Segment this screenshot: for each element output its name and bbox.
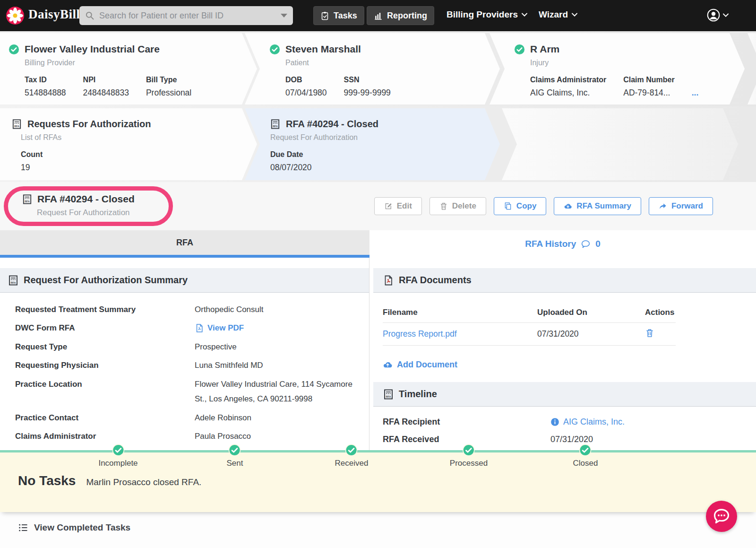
field-label: DOB <box>285 76 327 84</box>
check-circle-icon <box>112 444 124 456</box>
add-document-button[interactable]: Add Document <box>383 360 457 370</box>
crumb-subtitle: Request For Authorization <box>270 133 500 142</box>
copy-button[interactable]: Copy <box>494 197 547 215</box>
row-label: Request Type <box>15 339 195 354</box>
tab-rfa-history[interactable]: RFA History 0 <box>369 230 756 258</box>
view-completed-tasks-button[interactable]: View Completed Tasks <box>18 522 130 533</box>
reporting-button[interactable]: Reporting <box>367 6 434 25</box>
billing-providers-menu[interactable]: Billing Providers <box>447 9 527 20</box>
chat-bubble-icon <box>712 507 731 526</box>
progress-step-sent: Sent <box>227 452 243 468</box>
tasks-button[interactable]: Tasks <box>313 6 364 25</box>
row-value: Flower Valley Industrial Care, 114 Sycam… <box>195 377 360 407</box>
rfa-recipient-link[interactable]: AIG Claims, Inc. <box>550 417 625 427</box>
search-dropdown-caret-icon[interactable] <box>281 14 287 17</box>
wizard-menu[interactable]: Wizard <box>539 9 577 20</box>
field-label: Claims Administrator <box>530 76 606 84</box>
rfa-page-title: RFA RFA #40294 - Closed Request For Auth… <box>22 193 135 217</box>
col-actions: Actions <box>645 308 676 317</box>
step-label: Incomplete <box>98 459 137 468</box>
documents-section-header: RFA Documents <box>373 268 756 293</box>
documents-timeline-panel: RFA Documents Filename Uploaded On Actio… <box>373 258 756 450</box>
rfa-received-value: 07/31/2020 <box>550 435 593 444</box>
breadcrumb-row-context: Flower Valley Industrial Care Billing Pr… <box>0 31 756 106</box>
delete-document-button[interactable] <box>645 328 654 338</box>
row-label: RFA Recipient <box>383 417 550 427</box>
pdf-file-icon <box>383 275 394 286</box>
crumb-title: Requests For Authorization <box>27 119 151 130</box>
cloud-upload-icon <box>383 360 393 370</box>
search-input[interactable] <box>99 11 281 21</box>
col-uploaded-on: Uploaded On <box>537 308 645 317</box>
breadcrumb-billing-provider[interactable]: Flower Valley Industrial Care Billing Pr… <box>0 33 257 104</box>
daisybill-logo-icon <box>6 6 25 25</box>
documents-heading: RFA Documents <box>399 275 472 286</box>
breadcrumb-patient[interactable]: Steven Marshall Patient DOB 07/04/1980 S… <box>245 33 500 104</box>
claim-number-more-link[interactable]: ... <box>692 88 699 98</box>
row-value: Prospective <box>195 339 360 354</box>
delete-button[interactable]: Delete <box>430 197 486 215</box>
chevron-down-icon <box>572 13 577 17</box>
search-icon <box>85 11 94 20</box>
crumb-field: Claim Number AD-79-814... <box>623 76 674 98</box>
chevron-down-icon <box>522 13 527 17</box>
document-file-link[interactable]: Progress Report.pdf <box>383 329 457 339</box>
rfa-form-icon: RFA <box>8 275 19 286</box>
field-value: AD-79-814... <box>623 88 674 98</box>
rfa-form-icon: RFA <box>270 119 281 130</box>
view-pdf-link[interactable]: View PDF <box>195 321 360 335</box>
user-account-menu[interactable] <box>707 9 729 22</box>
svg-text:RFA: RFA <box>14 125 19 128</box>
breadcrumb-rfa-list[interactable]: RFA Requests For Authorization List of R… <box>0 108 257 180</box>
tab-rfa[interactable]: RFA <box>0 230 369 258</box>
forward-label: Forward <box>671 201 703 211</box>
summary-row: Requesting Physician Luna Smithfeld MD <box>15 358 369 373</box>
summary-row: DWC Form RFA View PDF <box>15 321 369 335</box>
crumb-field: Count 19 <box>21 150 43 173</box>
step-label: Processed <box>450 459 488 468</box>
crumb-field: Claims Administrator AIG Claims, Inc. <box>530 76 606 98</box>
summary-row: Practice Contact Adele Robinson <box>15 410 369 425</box>
rfa-recipient-value: AIG Claims, Inc. <box>563 417 625 427</box>
chat-support-button[interactable] <box>706 501 737 532</box>
no-tasks-detail: Marlin Prosacco closed RFA. <box>86 477 201 487</box>
rfa-summary-button[interactable]: RFA Summary <box>554 197 641 215</box>
crumb-field: Tax ID 514884888 <box>25 76 66 98</box>
progress-step-processed: Processed <box>450 452 488 468</box>
forward-button[interactable]: Forward <box>649 197 713 215</box>
row-value: Orthopedic Consult <box>195 302 360 317</box>
history-count-badge: 0 <box>595 239 601 249</box>
crumb-title: R Arm <box>530 43 559 55</box>
crumb-title: Flower Valley Industrial Care <box>25 43 160 55</box>
brand-wordmark[interactable]: DaisyBill <box>28 7 80 22</box>
field-value: 07/04/1980 <box>285 88 327 98</box>
row-label: DWC Form RFA <box>15 321 195 335</box>
row-value: Paula Prosacco <box>195 429 360 444</box>
tab-history-label: RFA History <box>525 239 576 249</box>
check-circle-icon <box>269 44 280 55</box>
field-value: 514884888 <box>25 88 66 98</box>
row-label: RFA Received <box>383 435 550 444</box>
global-search[interactable] <box>79 6 293 25</box>
crumb-subtitle: List of RFAs <box>11 133 257 142</box>
crumb-field: Due Date 08/07/2020 <box>270 150 312 173</box>
timeline-row: RFA Recipient AIG Claims, Inc. <box>383 417 756 427</box>
check-circle-icon <box>514 44 525 55</box>
page-title: RFA #40294 - Closed <box>37 193 135 205</box>
breadcrumb-rfa-current[interactable]: RFA RFA #40294 - Closed Request For Auth… <box>245 108 500 180</box>
edit-pencil-icon <box>384 202 393 210</box>
field-value: AIG Claims, Inc. <box>530 88 606 98</box>
crumb-subtitle: Patient <box>269 59 500 67</box>
info-icon <box>550 418 559 426</box>
forward-arrow-icon <box>659 202 667 210</box>
field-label: NPI <box>83 76 129 84</box>
breadcrumb-injury[interactable]: R Arm Injury Claims Administrator AIG Cl… <box>490 33 745 104</box>
top-nav: DaisyBill Tasks Reporti <box>0 0 756 31</box>
crumb-subtitle: Billing Provider <box>9 59 257 67</box>
tab-rfa-label: RFA <box>176 238 193 248</box>
no-tasks-message: No Tasks Marlin Prosacco closed RFA. <box>18 473 201 488</box>
check-circle-icon <box>345 444 358 456</box>
trash-icon <box>439 202 448 210</box>
edit-button[interactable]: Edit <box>374 197 422 215</box>
summary-row: Request Type Prospective <box>15 339 369 354</box>
